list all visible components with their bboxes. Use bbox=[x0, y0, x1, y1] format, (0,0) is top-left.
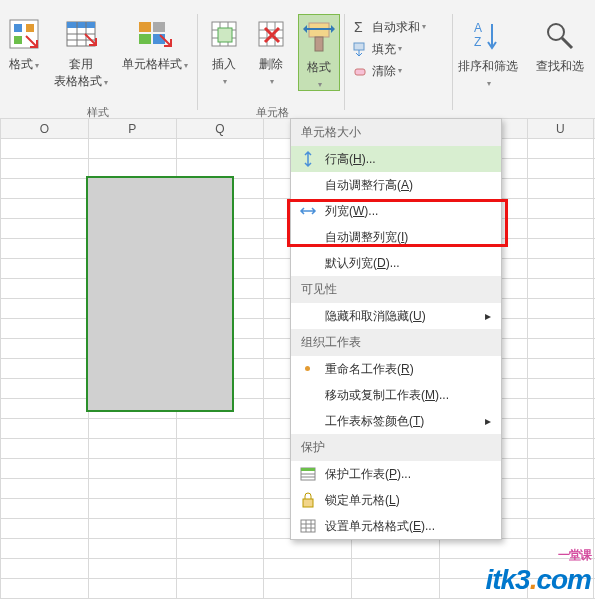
chevron-down-icon: ▾ bbox=[35, 61, 39, 70]
delete-icon bbox=[253, 16, 289, 52]
svg-rect-5 bbox=[67, 22, 95, 28]
menu-section-protect: 保护 bbox=[291, 434, 501, 461]
sheet-icon bbox=[299, 465, 317, 483]
svg-rect-11 bbox=[153, 22, 165, 32]
find-select-button[interactable]: 查找和选 bbox=[530, 14, 590, 75]
ribbon: 格式▾ 套用 表格格式▾ 单元格样式▾ 样式 插入▾ bbox=[0, 0, 595, 119]
sort-filter-button[interactable]: AZ 排序和筛选▾ bbox=[458, 14, 518, 89]
menu-section-visibility: 可见性 bbox=[291, 276, 501, 303]
table-format-button[interactable]: 套用 表格格式▾ bbox=[53, 14, 109, 90]
svg-rect-10 bbox=[139, 22, 151, 32]
col-header[interactable]: O bbox=[1, 119, 89, 139]
label: 查找和选 bbox=[536, 59, 584, 73]
format-menu: 单元格大小 行高(H)... 自动调整行高(A) 列宽(W)... 自动调整列宽… bbox=[290, 118, 502, 540]
autosum-button[interactable]: Σ 自动求和 ▾ bbox=[352, 16, 426, 38]
group-cells: 插入▾ 删除▾ 格式▾ 单元格 bbox=[200, 14, 344, 118]
submenu-arrow-icon: ▸ bbox=[485, 308, 491, 324]
eraser-icon bbox=[352, 63, 368, 79]
fill-down-icon bbox=[352, 41, 368, 57]
menu-autofit-row[interactable]: 自动调整行高(A) bbox=[291, 172, 501, 198]
svg-rect-1 bbox=[14, 24, 22, 32]
menu-default-width[interactable]: 默认列宽(D)... bbox=[291, 250, 501, 276]
chevron-down-icon: ▾ bbox=[270, 77, 274, 86]
chevron-down-icon: ▾ bbox=[184, 61, 188, 70]
menu-section-size: 单元格大小 bbox=[291, 119, 501, 146]
group-styles: 格式▾ 套用 表格格式▾ 单元格样式▾ 样式 bbox=[0, 14, 196, 118]
menu-hide-unhide[interactable]: 隐藏和取消隐藏(U) ▸ bbox=[291, 303, 501, 329]
label: 排序和筛选 bbox=[458, 59, 518, 73]
label: 自动求和 bbox=[372, 16, 420, 38]
col-header-selected[interactable]: P bbox=[88, 119, 176, 139]
svg-rect-30 bbox=[355, 69, 365, 75]
menu-lock-cell[interactable]: 锁定单元格(L) bbox=[291, 487, 501, 513]
label-l1: 套用 bbox=[69, 57, 93, 71]
chevron-down-icon: ▾ bbox=[422, 16, 426, 38]
cell-styles-icon bbox=[137, 16, 173, 52]
col-header[interactable]: U bbox=[527, 119, 593, 139]
label: 插入 bbox=[212, 57, 236, 71]
svg-text:Σ: Σ bbox=[354, 19, 363, 35]
delete-button[interactable]: 删除▾ bbox=[253, 14, 289, 87]
svg-rect-36 bbox=[301, 468, 315, 471]
lock-icon bbox=[299, 491, 317, 509]
menu-rename-sheet[interactable]: 重命名工作表(R) bbox=[291, 356, 501, 382]
chevron-down-icon: ▾ bbox=[398, 60, 402, 82]
sigma-icon: Σ bbox=[352, 19, 368, 35]
edit-group: Σ 自动求和 ▾ 填充 ▾ 清除 ▾ bbox=[352, 16, 426, 82]
row-height-icon bbox=[299, 150, 317, 168]
insert-icon bbox=[206, 16, 242, 52]
format-button[interactable]: 格式▾ bbox=[298, 14, 340, 91]
find-icon bbox=[542, 18, 578, 54]
svg-rect-40 bbox=[301, 520, 315, 532]
chevron-down-icon: ▾ bbox=[223, 77, 227, 86]
svg-text:Z: Z bbox=[474, 35, 481, 49]
col-header[interactable]: Q bbox=[176, 119, 264, 139]
chevron-down-icon: ▾ bbox=[104, 78, 108, 87]
label: 单元格样式 bbox=[122, 57, 182, 71]
menu-row-height[interactable]: 行高(H)... bbox=[291, 146, 501, 172]
label: 填充 bbox=[372, 38, 396, 60]
chevron-down-icon: ▾ bbox=[487, 79, 491, 88]
svg-point-33 bbox=[548, 24, 564, 40]
clear-button[interactable]: 清除 ▾ bbox=[352, 60, 426, 82]
menu-section-organize: 组织工作表 bbox=[291, 329, 501, 356]
format-cells-icon bbox=[299, 517, 317, 535]
conditional-format-button[interactable]: 格式▾ bbox=[6, 14, 42, 73]
menu-tab-color[interactable]: 工作表标签颜色(T) ▸ bbox=[291, 408, 501, 434]
svg-rect-12 bbox=[139, 34, 151, 44]
label: 清除 bbox=[372, 60, 396, 82]
table-format-icon bbox=[63, 16, 99, 52]
label: 格式 bbox=[9, 57, 33, 71]
label: 格式 bbox=[307, 60, 331, 74]
svg-rect-2 bbox=[26, 24, 34, 32]
sort-icon: AZ bbox=[470, 18, 506, 54]
format-icon bbox=[301, 19, 337, 55]
selection-range[interactable] bbox=[86, 176, 234, 412]
svg-rect-26 bbox=[315, 37, 323, 51]
menu-protect-sheet[interactable]: 保护工作表(P)... bbox=[291, 461, 501, 487]
separator bbox=[344, 14, 345, 110]
fill-button[interactable]: 填充 ▾ bbox=[352, 38, 426, 60]
conditional-format-icon bbox=[6, 16, 42, 52]
svg-rect-3 bbox=[14, 36, 22, 44]
svg-rect-39 bbox=[303, 499, 313, 507]
label-l2: 表格格式 bbox=[54, 74, 102, 88]
label: 删除 bbox=[259, 57, 283, 71]
watermark-tag: 一堂课 bbox=[485, 547, 591, 564]
insert-button[interactable]: 插入▾ bbox=[206, 14, 242, 87]
menu-move-copy-sheet[interactable]: 移动或复制工作表(M)... bbox=[291, 382, 501, 408]
separator bbox=[452, 14, 453, 110]
chevron-down-icon: ▾ bbox=[318, 80, 322, 89]
submenu-arrow-icon: ▸ bbox=[485, 413, 491, 429]
chevron-down-icon: ▾ bbox=[398, 38, 402, 60]
watermark: 一堂课 itk3.com bbox=[485, 547, 591, 596]
svg-text:A: A bbox=[474, 21, 482, 35]
menu-format-cells[interactable]: 设置单元格格式(E)... bbox=[291, 513, 501, 539]
separator bbox=[197, 14, 198, 110]
svg-line-34 bbox=[562, 38, 572, 48]
svg-rect-29 bbox=[354, 43, 364, 50]
highlight-box bbox=[287, 199, 508, 247]
cell-styles-button[interactable]: 单元格样式▾ bbox=[120, 14, 190, 73]
svg-rect-19 bbox=[218, 28, 232, 42]
